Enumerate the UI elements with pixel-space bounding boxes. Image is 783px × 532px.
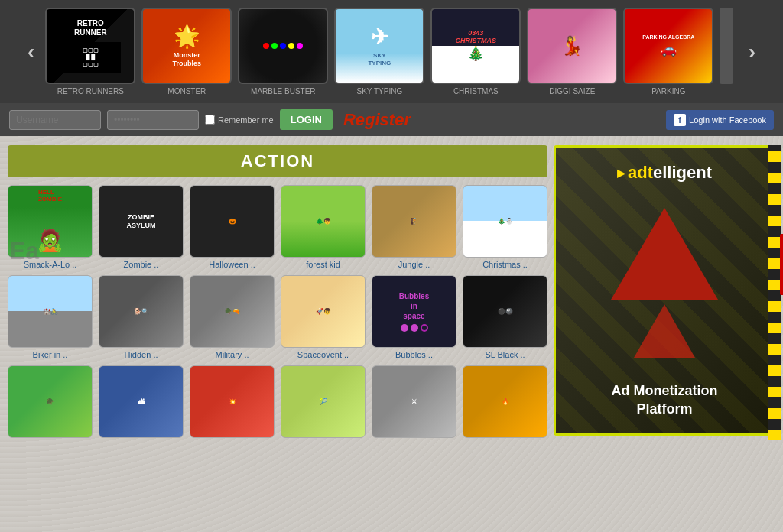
carousel-label-retro: RETRO RUNNERS (57, 87, 124, 96)
game-item-forest[interactable]: 🌲👦 forest kid (281, 185, 366, 269)
game-label-hidden: Hidden .. (124, 350, 158, 359)
carousel-thumb-sky: ✈ SKYTYPING (334, 8, 424, 84)
game-label-slblack: SL Black .. (485, 350, 525, 359)
game-item-slblack[interactable]: ⚫🎱 SL Black .. (463, 275, 547, 359)
game-item-row3-4[interactable]: ⚔ (372, 365, 456, 440)
ad-triangle-small (634, 304, 695, 358)
game-item-christmas-game[interactable]: 🎄⛄ Christmas .. (463, 185, 547, 269)
carousel-item-diggi[interactable]: 💃 DIGGI SAIZE (527, 8, 617, 96)
carousel-item-retro[interactable]: RETRORUNNER ▢▢▢█ █▢▢▢ RETRO RUNNERS (45, 8, 135, 96)
game-item-row3-3[interactable]: 🎾 (281, 365, 366, 440)
game-item-bubbles[interactable]: Bubblesinspace Bubbles .. (372, 275, 456, 359)
game-grid-row3: 🪖 🏙 💥 🎾 (8, 365, 547, 440)
game-item-hidden[interactable]: 🐕🔍 Hidden .. (99, 275, 184, 359)
game-thumb-row3-5: 🔥 (463, 365, 547, 438)
login-button[interactable]: LOGIN (280, 109, 333, 130)
carousel-label-monster: MONSTER (167, 87, 206, 96)
game-thumb-zombie: ZOMBIEASYLUM (99, 185, 184, 258)
password-input[interactable] (107, 110, 199, 130)
game-thumb-biker: 🏰🚴 (8, 275, 93, 348)
carousel-item-monster[interactable]: 🌟 MonsterTroubles MONSTER (141, 8, 232, 96)
game-thumb-halloween: 🎃 (190, 185, 275, 258)
game-thumb-military: 🪖🔫 (190, 275, 275, 348)
game-item-row3-5[interactable]: 🔥 (463, 365, 547, 440)
register-link[interactable]: Register (343, 110, 411, 130)
red-accent-bar (780, 234, 783, 295)
bubbles-title-text: Bubblesinspace (399, 291, 429, 321)
ad-logo: ▸ adtelligent (617, 163, 712, 183)
username-input[interactable] (9, 110, 101, 130)
main-content: ACTION HELLZOMBIE 🧟 Smack-A-Lo .. ZOMBIE… (0, 136, 783, 448)
game-thumb-forest: 🌲👦 (281, 185, 366, 258)
carousel-next-button[interactable]: › (744, 40, 760, 64)
game-label-halloween: Halloween .. (209, 260, 255, 269)
game-item-row3-2[interactable]: 💥 (190, 365, 275, 440)
game-item-halloween[interactable]: 🎃 Halloween .. (190, 185, 275, 269)
game-thumb-row3-1: 🏙 (99, 365, 184, 438)
game-item-spacevent[interactable]: 🚀👦 Spaceovent .. (281, 275, 366, 359)
carousel-item-marble[interactable]: MARBLE BUSTER (238, 8, 328, 96)
ad-triangle-large (611, 208, 718, 300)
carousel-item-christmas[interactable]: 0343CHRISTMAS 🎄 CHRISTMAS (430, 8, 521, 96)
ad-bottom-text: Ad Monetization Platform (612, 382, 718, 418)
game-item-jungle[interactable]: 🧗 Jungle .. (372, 185, 456, 269)
carousel-partial-item (720, 8, 733, 84)
game-label-christmas-game: Christmas .. (482, 260, 528, 269)
carousel-items: RETRORUNNER ▢▢▢█ █▢▢▢ RETRO RUNNERS 🌟 Mo… (45, 8, 737, 96)
game-thumb-row3-0: 🪖 (8, 365, 93, 438)
carousel-label-parking: PARKING (651, 87, 685, 96)
carousel-item-parking[interactable]: PARKING ALGEBRA 🚗 PARKING (623, 8, 713, 96)
section-title-action: ACTION (8, 145, 547, 177)
game-thumb-jungle: 🧗 (372, 185, 456, 258)
game-thumb-hidden: 🐕🔍 (99, 275, 184, 348)
ad-panel: ▸ adtelligent Ad Monetization Platform (554, 145, 775, 440)
game-item-zombie[interactable]: ZOMBIEASYLUM Zombie .. (99, 185, 184, 269)
ad-triangles (611, 208, 718, 358)
game-thumb-row3-4: ⚔ (372, 365, 456, 438)
game-grid-row1: HELLZOMBIE 🧟 Smack-A-Lo .. ZOMBIEASYLUM … (8, 185, 547, 269)
carousel-thumb-retro: RETRORUNNER ▢▢▢█ █▢▢▢ (45, 8, 135, 84)
carousel-thumb-monster: 🌟 MonsterTroubles (141, 8, 232, 84)
carousel-section: ‹ RETRORUNNER ▢▢▢█ █▢▢▢ RETRO RUNNERS 🌟 … (0, 0, 783, 103)
game-section: ACTION HELLZOMBIE 🧟 Smack-A-Lo .. ZOMBIE… (8, 145, 547, 440)
game-thumb-bubbles: Bubblesinspace (372, 275, 456, 348)
game-item-row3-0[interactable]: 🪖 (8, 365, 93, 440)
game-thumb-row3-3: 🎾 (281, 365, 366, 438)
game-thumb-row3-2: 💥 (190, 365, 275, 438)
remember-me-label: Remember me (205, 115, 274, 125)
game-item-military[interactable]: 🪖🔫 Military .. (190, 275, 275, 359)
carousel-label-marble: MARBLE BUSTER (251, 87, 315, 96)
game-label-bubbles: Bubbles .. (395, 350, 433, 359)
carousel-thumb-parking: PARKING ALGEBRA 🚗 (623, 8, 713, 84)
game-thumb-christmas-game: 🎄⛄ (463, 185, 547, 258)
carousel-label-christmas: CHRISTMAS (453, 87, 499, 96)
carousel-label-diggi: DIGGI SAIZE (549, 87, 595, 96)
remember-me-checkbox[interactable] (205, 115, 215, 125)
game-thumb-slblack: ⚫🎱 (463, 275, 547, 348)
game-label-zombie: Zombie .. (124, 260, 159, 269)
carousel-label-sky: SKY TYPING (357, 87, 403, 96)
carousel-thumb-diggi: 💃 (527, 8, 617, 84)
bubble-circles (401, 324, 428, 332)
ad-logo-icon: ▸ (617, 164, 625, 182)
game-label-biker: Biker in .. (33, 350, 68, 359)
carousel-thumb-marble (238, 8, 328, 84)
game-label-forest: forest kid (306, 260, 340, 269)
game-label-jungle: Jungle .. (398, 260, 430, 269)
carousel-prev-button[interactable]: ‹ (23, 40, 39, 64)
game-label-military: Military .. (216, 350, 249, 359)
game-grid-row2: 🏰🚴 Biker in .. 🐕🔍 Hidden .. 🪖🔫 Military … (8, 275, 547, 359)
game-item-row3-1[interactable]: 🏙 (99, 365, 184, 440)
facebook-icon: f (674, 114, 686, 126)
carousel-item-sky[interactable]: ✈ SKYTYPING SKY TYPING (334, 8, 424, 96)
ea-label: Ea (9, 237, 39, 265)
facebook-login-button[interactable]: f Login with Facebook (666, 110, 774, 130)
login-bar: Remember me LOGIN Register f Login with … (0, 103, 783, 136)
ad-logo-text: adtelligent (628, 163, 712, 183)
game-thumb-spacevent: 🚀👦 (281, 275, 366, 348)
ad-content: ▸ adtelligent Ad Monetization Platform (554, 145, 775, 436)
game-item-biker[interactable]: 🏰🚴 Biker in .. (8, 275, 93, 359)
carousel-thumb-christmas: 0343CHRISTMAS 🎄 (430, 8, 521, 84)
game-label-spacevent: Spaceovent .. (297, 350, 349, 359)
